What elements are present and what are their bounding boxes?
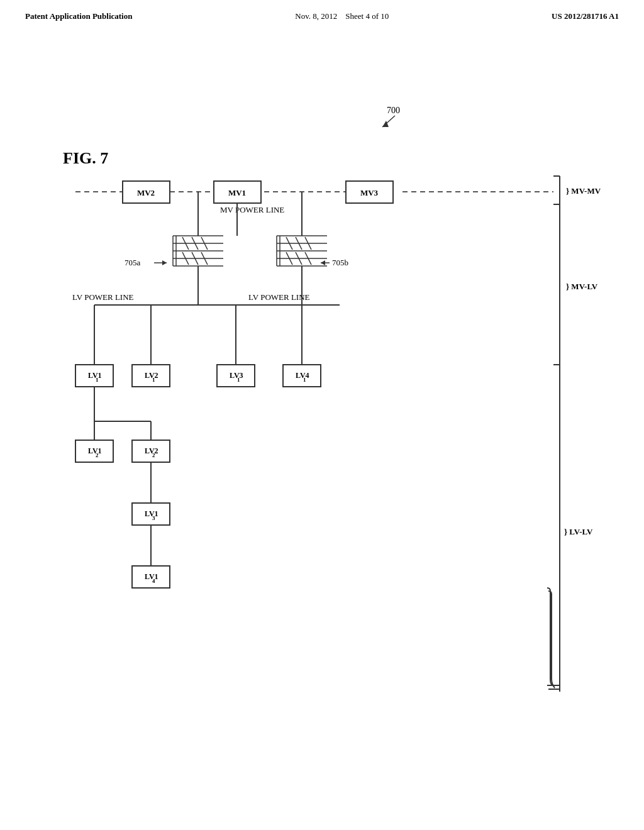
lv4-1-sub: 1: [303, 377, 306, 383]
transformer-705a: [173, 236, 223, 266]
mv2-label: MV2: [137, 188, 155, 197]
lv2-1-sub: 1: [152, 377, 155, 383]
lv1-3-sub: 3: [152, 515, 155, 521]
lv1-4-sub: 4: [152, 578, 155, 584]
lv1-1-label: LV1: [88, 371, 102, 380]
ref-700: 700: [387, 106, 400, 115]
lv1-1-sub: 1: [96, 377, 99, 383]
svg-marker-15: [162, 260, 167, 265]
lv1-2-sub: 2: [96, 452, 99, 458]
lv1-2-label: LV1: [88, 446, 102, 455]
label-mv-power-line: MV POWER LINE: [220, 205, 284, 214]
lv3-1-label: LV3: [230, 371, 243, 380]
lv3-1-sub: 1: [237, 377, 240, 383]
lv4-1-label: LV4: [296, 371, 309, 380]
diagram-svg: FIG. 7 700 } MV-MV } MV-LV } LV-LV MV PO…: [38, 88, 604, 780]
ref-705b: 705b: [332, 258, 348, 267]
label-lv-power-line-right: LV POWER LINE: [248, 292, 310, 302]
header-right: US 2012/281716 A1: [552, 11, 619, 21]
lv2-2-label: LV2: [145, 446, 158, 455]
ref-705a: 705a: [125, 258, 141, 267]
mv1-label: MV1: [228, 188, 246, 197]
lv1-4-label: LV1: [145, 572, 158, 581]
transformer-705b: [277, 236, 327, 266]
header-left: Patent Application Publication: [25, 11, 132, 21]
svg-marker-33: [321, 260, 325, 265]
label-lv-lv: } LV-LV: [564, 527, 593, 536]
header-center: Nov. 8, 2012 Sheet 4 of 10: [295, 11, 389, 21]
label-mv-lv: } MV-LV: [566, 282, 598, 291]
lv2-2-sub: 2: [152, 452, 155, 458]
label-mv-mv: } MV-MV: [566, 186, 601, 196]
lv2-1-label: LV2: [145, 371, 158, 380]
lv1-3-label: LV1: [145, 509, 158, 518]
label-lv-power-line-left: LV POWER LINE: [72, 292, 134, 302]
fig-label: FIG. 7: [63, 149, 108, 167]
mv3-label: MV3: [360, 188, 379, 197]
